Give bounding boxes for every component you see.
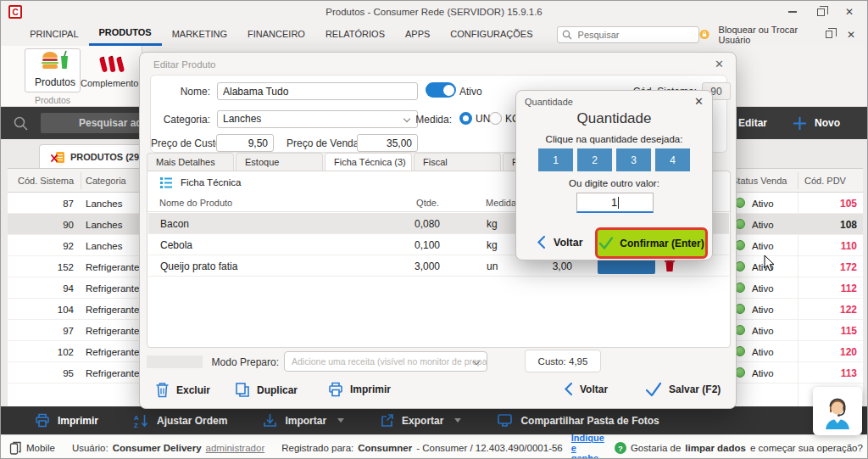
app-logo-icon: C	[8, 5, 22, 19]
preco-venda-input[interactable]	[357, 134, 418, 152]
cell-categoria: Lanches	[86, 241, 122, 251]
lock-icon	[699, 28, 709, 41]
close-icon[interactable]: ✕	[845, 7, 854, 17]
svg-text:Z: Z	[134, 422, 138, 428]
child-close-icon[interactable]: ✕	[847, 30, 855, 40]
header-status-venda[interactable]: Status Venda	[732, 176, 787, 186]
child-restore-icon[interactable]	[826, 31, 832, 38]
cell-status: Ativo	[752, 305, 774, 315]
cell-cod: 152	[8, 262, 74, 272]
indique-ganhe-link[interactable]: Indique e ganhe	[571, 433, 604, 459]
tab-mais-detalhes[interactable]: Mais Detalhes	[147, 153, 234, 171]
cell-cod: 92	[8, 241, 74, 251]
lock-user-button[interactable]: Bloquear ou Trocar Usuário	[719, 25, 810, 45]
tab-ficha-tecnica[interactable]: Ficha Técnica (3)	[325, 153, 412, 171]
quantity-voltar-button[interactable]: Voltar	[537, 235, 583, 249]
titlebar: C Produtos - Consumer Rede (SERVIDOR) 15…	[1, 1, 867, 23]
limpar-dados-question: ? Gostaria de limpar dados e começar sua…	[615, 442, 863, 454]
tab-fiscal[interactable]: Fiscal	[414, 153, 501, 171]
confirmar-button[interactable]: Confirmar (Enter)	[595, 227, 708, 259]
restore-icon[interactable]	[817, 8, 825, 16]
modo-preparo-placeholder: Adicione uma receita (visível no monitor…	[292, 356, 487, 367]
tab-apps[interactable]: APPS	[395, 23, 440, 46]
tab-relatorios[interactable]: RELATÓRIOS	[315, 23, 395, 46]
nome-input[interactable]	[217, 82, 418, 100]
header-qtde[interactable]: Qtde.	[398, 198, 439, 208]
menubar-search-input[interactable]	[557, 26, 699, 43]
ativo-label: Ativo	[459, 86, 482, 98]
products-list-icon	[51, 151, 64, 164]
excluir-button[interactable]: Excluir	[155, 382, 210, 398]
user-info: Usuário: Consumer Delivery administrador	[72, 443, 264, 453]
cell-custo: 3,00	[534, 260, 572, 272]
products-count-tab[interactable]: PRODUTOS (29)	[39, 144, 154, 169]
tab-estoque[interactable]: Estoque	[236, 153, 323, 171]
close-icon[interactable]: ✕	[715, 58, 724, 70]
quantity-button-1[interactable]: 1	[538, 148, 573, 171]
cell-qtde: 3,000	[394, 260, 440, 272]
radio-on-icon	[459, 112, 472, 125]
tab-configuracoes[interactable]: CONFIGURAÇÕES	[440, 23, 542, 46]
modo-preparo-label: Modo Preparo:	[208, 356, 279, 368]
registrado-cnpj: - Consumer / 12.403.490/0001-56	[416, 443, 563, 453]
quantity-input[interactable]: 1	[576, 193, 654, 213]
text-caret	[618, 197, 619, 209]
ribbon-item-complementos[interactable]: Complementos	[84, 48, 140, 92]
printer-icon	[328, 382, 343, 397]
tab-financeiro[interactable]: FINANCEIRO	[237, 23, 315, 46]
question-text: Gostaria de	[631, 443, 681, 453]
tab-marketing[interactable]: MARKETING	[162, 23, 237, 46]
novo-button[interactable]: Novo	[793, 116, 840, 131]
question-icon: ?	[615, 442, 626, 454]
compartilhar-pasta-button[interactable]: Compartilhar Pasta de Fotos	[497, 413, 659, 428]
header-cod-pdv[interactable]: Cód. PDV	[804, 176, 846, 186]
quantity-button-2[interactable]: 2	[577, 148, 612, 171]
cell-pdv: 110	[841, 240, 857, 252]
administrador-link[interactable]: administrador	[206, 443, 265, 453]
cell-pdv: 172	[840, 261, 857, 273]
support-chat-widget[interactable]	[813, 387, 862, 435]
salvar-button[interactable]: Salvar (F2)	[645, 382, 721, 396]
voltar-button[interactable]: Voltar	[564, 382, 608, 396]
header-nome-produto[interactable]: Nome do Produto	[159, 198, 232, 208]
header-cod-sistema[interactable]: Cód. Sistema	[18, 176, 74, 186]
header-categoria[interactable]: Categoria	[86, 176, 126, 186]
exportar-button[interactable]: Exportar	[380, 413, 461, 428]
mobile-item[interactable]: Mobile	[9, 441, 55, 455]
imprimir-dialog-button[interactable]: Imprimir	[328, 382, 391, 397]
search-icon	[562, 30, 572, 40]
preco-custo-input[interactable]	[216, 134, 274, 152]
importar-button[interactable]: Importar	[263, 413, 344, 428]
duplicar-button[interactable]: Duplicar	[235, 382, 298, 398]
ativo-toggle[interactable]	[426, 82, 456, 98]
cell-pdv: 108	[840, 219, 857, 231]
quantity-button-3[interactable]: 3	[616, 148, 651, 171]
cell-status: Ativo	[752, 368, 774, 378]
usuario-value: Consumer Delivery	[113, 443, 202, 453]
ribbon-item-label: Produtos	[35, 75, 75, 91]
ajustar-ordem-button[interactable]: AZ Ajustar Ordem	[134, 413, 227, 428]
cell-qtde: 0,080	[394, 218, 440, 230]
cell-medida: kg	[487, 218, 498, 230]
close-icon[interactable]: ✕	[694, 95, 704, 108]
cell-cod: 94	[8, 283, 74, 294]
chevron-left-icon	[564, 382, 573, 396]
ribbon-item-produtos[interactable]: Produtos	[25, 48, 81, 92]
tab-principal[interactable]: PRINCIPAL	[19, 23, 88, 46]
cell-cod: 102	[8, 347, 74, 357]
categoria-select[interactable]: Lanches	[217, 110, 418, 128]
cell-status: Ativo	[752, 283, 774, 294]
imprimir-button[interactable]: Imprimir	[35, 413, 98, 428]
modo-preparo-select[interactable]: Adicione uma receita (visível no monitor…	[284, 351, 487, 372]
minimize-icon[interactable]	[788, 11, 797, 13]
trash-icon[interactable]	[664, 259, 676, 272]
question-text: e começar sua operação?	[750, 443, 863, 453]
cell-medida: kg	[487, 239, 498, 251]
chevron-down-icon	[454, 418, 461, 423]
medida-un-radio[interactable]: UN	[459, 112, 490, 125]
tab-produtos[interactable]: PRODUTOS	[89, 23, 162, 46]
quantity-button-4[interactable]: 4	[655, 148, 690, 171]
header-medida[interactable]: Medida	[486, 198, 516, 208]
cell-status: Ativo	[752, 347, 774, 357]
duplicate-icon	[235, 382, 250, 398]
